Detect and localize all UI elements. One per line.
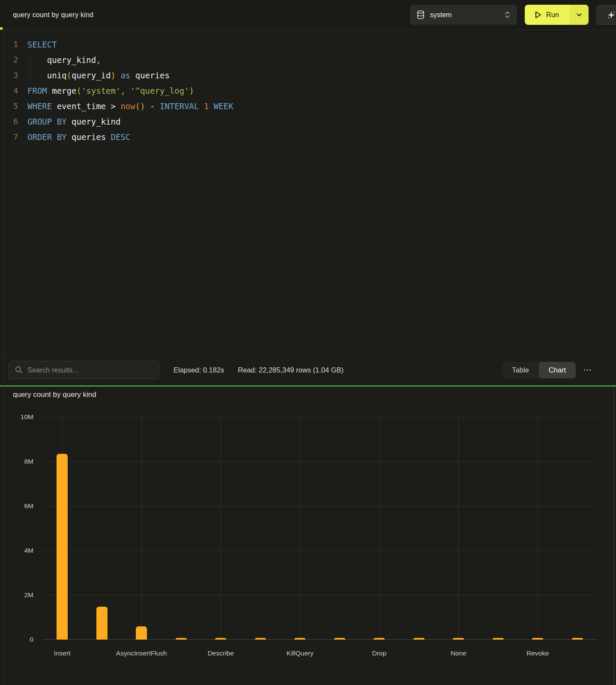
- x-axis-label: Describe: [178, 649, 263, 657]
- code-line: 3 uniq(query_id) as queries: [0, 68, 616, 83]
- run-options-button[interactable]: [569, 5, 589, 25]
- bar-describe: [215, 638, 226, 640]
- tab-chart[interactable]: Chart: [539, 362, 576, 378]
- ellipsis-icon: ⋯: [583, 365, 592, 375]
- line-number: 2: [0, 52, 18, 68]
- gridline: [221, 417, 221, 639]
- chart-plot: InsertAsyncInsertFlushDescribeKillQueryD…: [42, 417, 597, 640]
- line-number: 1: [0, 37, 18, 52]
- code-line: 7ORDER BY queries DESC: [0, 129, 616, 145]
- bar-killquery: [294, 638, 305, 640]
- x-axis-label: KillQuery: [257, 649, 343, 657]
- run-button[interactable]: Run: [525, 5, 569, 25]
- code-line: 6GROUP BY query_kind: [0, 114, 616, 129]
- x-axis-label: AsyncInsertFlush: [99, 649, 184, 657]
- line-number: 5: [0, 98, 18, 114]
- bar-unlabeled-13: [572, 638, 583, 640]
- search-input[interactable]: [27, 366, 153, 374]
- line-number: 4: [0, 83, 18, 98]
- gridline: [42, 417, 597, 417]
- bar-insert: [57, 454, 68, 640]
- run-label: Run: [546, 11, 559, 19]
- right-edge-line: [613, 387, 614, 685]
- gridline: [42, 551, 597, 551]
- sql-editor[interactable]: 1SELECT2 query_kind,3 uniq(query_id) as …: [0, 30, 616, 354]
- gridline: [42, 462, 597, 462]
- line-number: 3: [0, 68, 18, 83]
- run-split-button: Run: [525, 5, 589, 25]
- bar-unlabeled-7: [334, 638, 345, 640]
- gridline: [141, 417, 142, 639]
- y-axis-label: 10M: [0, 412, 33, 422]
- gridline: [379, 417, 380, 639]
- search-box: [9, 361, 159, 379]
- elapsed-stat: Elapsed: 0.182s: [173, 366, 224, 374]
- select-chevrons-icon: [505, 11, 510, 18]
- play-icon: [535, 11, 541, 18]
- topbar-actions: system Run: [410, 5, 616, 25]
- bar-unlabeled-1: [96, 607, 108, 640]
- database-name: system: [430, 11, 452, 19]
- search-icon: [15, 366, 23, 374]
- line-number: 6: [0, 114, 18, 129]
- bar-revoke: [532, 638, 543, 640]
- gridline: [300, 417, 300, 639]
- code-line: 2 query_kind,: [0, 52, 616, 68]
- gridline: [42, 595, 597, 596]
- y-axis-label: 2M: [0, 590, 33, 600]
- left-edge-line: [3, 30, 4, 685]
- bar-none: [453, 638, 464, 640]
- code-line: 1SELECT: [0, 37, 616, 52]
- code-line: 5WHERE event_time > now() - INTERVAL 1 W…: [0, 98, 616, 114]
- y-axis-label: 4M: [0, 546, 33, 555]
- results-toolbar: Elapsed: 0.182s Read: 22,285,349 rows (1…: [0, 354, 616, 385]
- x-axis-label: Drop: [336, 649, 422, 657]
- chart-title: query count by query kind: [13, 390, 96, 399]
- x-axis-label: Insert: [19, 649, 105, 657]
- x-axis-label: Revoke: [495, 649, 580, 657]
- read-stat: Read: 22,285,349 rows (1.04 GB): [238, 366, 344, 374]
- top-bar: query count by query kind system: [0, 0, 616, 30]
- assistant-button[interactable]: [596, 5, 616, 25]
- more-options-button[interactable]: ⋯: [581, 363, 595, 377]
- left-edge-accent: [0, 27, 3, 30]
- query-title: query count by query kind: [13, 11, 93, 19]
- y-axis-label: 6M: [0, 501, 33, 511]
- x-axis-label: None: [416, 649, 501, 657]
- database-selector[interactable]: system: [410, 5, 517, 25]
- y-axis-label: 8M: [0, 457, 33, 466]
- tab-table[interactable]: Table: [502, 362, 538, 378]
- bar-drop: [374, 638, 385, 640]
- view-toggle: TableChart: [502, 362, 576, 378]
- gridline: [42, 506, 597, 506]
- line-number: 7: [0, 129, 18, 145]
- code-line: 4FROM merge('system', '^query_log'): [0, 83, 616, 98]
- bar-unlabeled-3: [176, 638, 187, 640]
- bar-unlabeled-11: [493, 638, 504, 640]
- indent-guide-line: [30, 53, 30, 83]
- chevron-down-icon: [577, 13, 582, 17]
- y-axis-label: 0: [0, 635, 33, 644]
- bar-unlabeled-9: [413, 638, 425, 640]
- gridline: [458, 417, 459, 639]
- bar-unlabeled-5: [255, 638, 266, 640]
- sparkle-icon: [607, 10, 616, 20]
- database-icon: [417, 10, 425, 19]
- chart-panel: query count by query kind InsertAsyncIns…: [0, 387, 616, 685]
- gridline: [538, 417, 538, 639]
- bar-asyncinsertflush: [136, 626, 147, 640]
